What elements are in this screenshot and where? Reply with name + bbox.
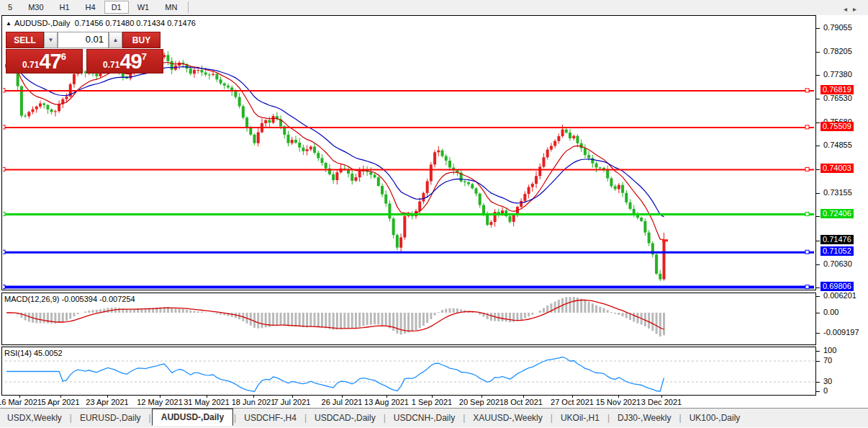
tab-audusd-daily[interactable]: AUDUSD-,Daily bbox=[152, 409, 233, 426]
axis-tick-mark bbox=[816, 313, 820, 313]
level-price-tag: 0.71052 bbox=[820, 246, 854, 256]
tab-usdcnh-daily[interactable]: USDCNH-,Daily bbox=[386, 410, 462, 426]
volume-decrease-button[interactable]: ▼ bbox=[44, 32, 58, 48]
axis-tick-mark bbox=[816, 169, 820, 170]
date-label: 26 Jul 2021 bbox=[322, 398, 363, 406]
sell-price-button[interactable]: 0.71476 bbox=[6, 49, 83, 73]
date-label: 27 Oct 2021 bbox=[551, 398, 594, 406]
timeframe-toolbar: 5M30H1H4D1W1MN bbox=[0, 0, 868, 14]
axis-tick-mark bbox=[816, 28, 820, 29]
macd-label: MACD(12,26,9) -0.005394 -0.007254 bbox=[4, 295, 135, 303]
timeframe-button-m30[interactable]: M30 bbox=[21, 1, 50, 14]
buy-price-main: 49 bbox=[119, 51, 141, 72]
axis-tick-label: 0.77380 bbox=[823, 70, 852, 79]
timeframe-button-5[interactable]: 5 bbox=[1, 1, 19, 14]
axis-tick-label: -0.009197 bbox=[823, 328, 859, 336]
one-click-trade-panel: SELL ▼ 0.01 ▲ BUY 0.71476 0.71497 bbox=[6, 32, 163, 73]
axis-tick-label: 0.79055 bbox=[823, 23, 852, 32]
buy-price-button[interactable]: 0.71497 bbox=[86, 49, 163, 73]
timeframe-button-h1[interactable]: H1 bbox=[53, 1, 77, 14]
tab-separator: | bbox=[679, 413, 682, 423]
timeframe-button-d1[interactable]: D1 bbox=[104, 1, 129, 14]
axis-tick-mark bbox=[816, 333, 820, 334]
price-axis[interactable]: 0.790550.782050.773800.765300.756800.748… bbox=[816, 15, 868, 407]
sell-price-prefix: 0.71 bbox=[22, 58, 39, 72]
chart-tab-bar: USDX,Weekly|EURUSD-,Daily|AUDUSD-,Daily|… bbox=[0, 408, 868, 427]
date-label: 3 Dec 2021 bbox=[641, 398, 682, 406]
tab-eurusd-daily[interactable]: EURUSD-,Daily bbox=[73, 410, 148, 426]
axis-tick-mark bbox=[816, 146, 820, 146]
axis-tick-label: 0.73155 bbox=[823, 188, 852, 197]
rsi-panel[interactable] bbox=[1, 347, 816, 396]
date-label: 1 Sep 2021 bbox=[412, 398, 452, 406]
tab-separator: | bbox=[304, 413, 307, 423]
tab-xauusd-weekly[interactable]: XAUUSD-,Weekly bbox=[466, 410, 549, 426]
date-label: 31 May 2021 bbox=[184, 398, 230, 406]
buy-price-pip: 7 bbox=[142, 51, 147, 62]
date-label: 15 Nov 2021 bbox=[596, 398, 641, 406]
timeframe-button-h4[interactable]: H4 bbox=[78, 1, 103, 14]
axis-tick-mark bbox=[816, 216, 820, 217]
collapse-triangle-icon[interactable]: ▲ bbox=[6, 20, 12, 27]
axis-tick-label: 0.00 bbox=[823, 308, 838, 316]
current-price-tag: 0.71476 bbox=[820, 235, 854, 244]
axis-tick-label: 100 bbox=[823, 346, 836, 355]
sell-price-main: 47 bbox=[39, 51, 60, 72]
date-label: 16 Mar 2021 bbox=[0, 398, 42, 406]
tab-separator: | bbox=[70, 413, 72, 423]
tab-separator: | bbox=[607, 413, 610, 423]
tab-separator: | bbox=[384, 413, 386, 423]
date-label: 20 Sep 2021 bbox=[459, 398, 504, 406]
date-axis[interactable]: 16 Mar 20215 Apr 202123 Apr 202112 May 2… bbox=[0, 396, 868, 408]
tab-uk100-daily[interactable]: UK100-,Daily bbox=[682, 410, 748, 426]
date-label: 5 Apr 2021 bbox=[41, 398, 79, 406]
tab-dj30-weekly[interactable]: DJ30-,Weekly bbox=[610, 410, 678, 426]
mt4-window: { "toolbar": { "timeframes": ["5", "M30"… bbox=[0, 0, 868, 428]
axis-tick-mark bbox=[816, 99, 820, 99]
buy-button[interactable]: BUY bbox=[122, 32, 161, 48]
date-label: 7 Jul 2021 bbox=[274, 398, 311, 406]
tab-ukoil-h1[interactable]: UKOil-,H1 bbox=[553, 410, 607, 426]
tab-separator: | bbox=[234, 413, 236, 423]
axis-tick-label: 0.006201 bbox=[823, 291, 856, 300]
tab-usdcad-daily[interactable]: USDCAD-,Daily bbox=[307, 410, 383, 426]
tab-separator: | bbox=[149, 413, 151, 423]
axis-tick-label: 0.78205 bbox=[823, 47, 852, 55]
tab-usdx-weekly[interactable]: USDX,Weekly bbox=[0, 410, 69, 426]
axis-tick-label: 70 bbox=[823, 356, 832, 365]
tab-usdchf-h4[interactable]: USDCHF-,H4 bbox=[237, 410, 304, 426]
axis-tick-label: 0.70630 bbox=[823, 259, 852, 268]
axis-tick-mark bbox=[816, 361, 820, 362]
axis-tick-mark bbox=[816, 241, 820, 241]
axis-tick-mark bbox=[816, 287, 820, 288]
date-label: 23 Apr 2021 bbox=[86, 398, 128, 406]
axis-tick-label: 0 bbox=[823, 386, 828, 395]
volume-increase-button[interactable]: ▲ bbox=[109, 32, 122, 48]
timeframe-button-mn[interactable]: MN bbox=[158, 1, 184, 14]
axis-tick-mark bbox=[816, 351, 820, 352]
date-label: 12 May 2021 bbox=[137, 398, 183, 406]
tab-separator: | bbox=[463, 413, 465, 423]
chart-symbol-label: AUDUSD-,Daily bbox=[14, 19, 71, 27]
level-price-tag: 0.75509 bbox=[820, 122, 854, 131]
buy-price-prefix: 0.71 bbox=[103, 58, 119, 72]
axis-tick-mark bbox=[816, 391, 820, 392]
sell-button[interactable]: SELL bbox=[6, 32, 44, 48]
date-label: 8 Oct 2021 bbox=[504, 398, 543, 406]
timeframe-button-w1[interactable]: W1 bbox=[130, 1, 157, 14]
axis-tick-mark bbox=[816, 52, 820, 53]
volume-input[interactable]: 0.01 bbox=[58, 32, 109, 48]
level-price-tag: 0.76819 bbox=[820, 85, 854, 94]
axis-tick-mark bbox=[816, 122, 820, 123]
sell-price-pip: 6 bbox=[61, 51, 66, 62]
level-price-tag: 0.69806 bbox=[820, 282, 854, 291]
axis-tick-mark bbox=[816, 382, 820, 383]
axis-tick-mark bbox=[816, 193, 820, 194]
chart-ohlc-values: 0.71456 0.71480 0.71434 0.71476 bbox=[75, 19, 196, 27]
rsi-label: RSI(14) 45.0052 bbox=[4, 349, 63, 357]
axis-tick-label: 0.74855 bbox=[823, 141, 852, 149]
axis-tick-label: 0.76530 bbox=[823, 94, 852, 102]
date-label: 13 Aug 2021 bbox=[364, 398, 409, 406]
axis-tick-mark bbox=[816, 296, 820, 297]
tab-scroll-arrows[interactable]: ◂▸ bbox=[844, 5, 862, 13]
